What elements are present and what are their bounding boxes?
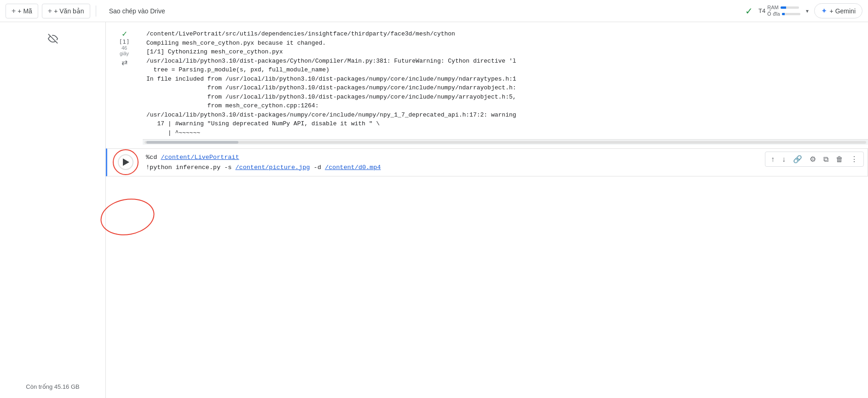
cell-area[interactable]: ✓ [1] 46 giây ⇄ /content/LivePortrait/sr…	[106, 22, 868, 398]
python-command: !python inference.py -s	[146, 164, 235, 171]
settings-button[interactable]: ⚙	[808, 154, 818, 164]
dash-d: -d	[310, 164, 324, 171]
add-text-label: + Văn bản	[54, 7, 84, 15]
resource-bars: RAM Ổ đĩa	[767, 5, 800, 17]
cell-time-1: 46	[122, 45, 127, 51]
plus-icon-text: +	[48, 7, 52, 15]
delete-cell-button[interactable]: 🗑	[834, 154, 845, 164]
cell-2-left	[107, 149, 144, 176]
storage-status: Còn trống 45.16 GB	[26, 382, 79, 391]
toolbar-right-actions: ✓ T4 RAM Ổ đĩa ▾ ✦ + Ge	[745, 3, 862, 18]
output-scrollbar[interactable]	[143, 139, 868, 145]
scrollbar-thumb[interactable]	[146, 141, 238, 144]
main-toolbar: + + Mã + + Văn bản Sao chép vào Drive ✓ …	[0, 0, 868, 22]
gemini-button[interactable]: ✦ + Gemini	[814, 3, 862, 18]
ram-bar	[781, 6, 799, 9]
toolbar-left-actions: + + Mã + + Văn bản Sao chép vào Drive	[6, 4, 173, 18]
cd-path: /content/LivePortrait	[161, 154, 239, 161]
toolbar-divider	[96, 6, 96, 17]
cell-time-unit-1: giây	[120, 51, 129, 56]
move-up-icon: ↑	[771, 155, 775, 164]
drive-copy-label: Sao chép vào Drive	[109, 7, 165, 15]
status-check-icon: ✓	[745, 6, 753, 17]
cell-reload-icon[interactable]: ⇄	[122, 58, 127, 67]
cell-1-content: /content/LivePortrait/src/utils/dependen…	[143, 28, 868, 145]
gemini-icon: ✦	[821, 6, 827, 15]
move-down-button[interactable]: ↓	[780, 154, 787, 164]
add-code-label: + Mã	[17, 7, 32, 15]
cd-command: %cd	[146, 154, 161, 161]
move-up-button[interactable]: ↑	[769, 154, 776, 164]
ram-bar-fill	[781, 6, 786, 9]
run-button[interactable]	[118, 154, 133, 170]
code-cell-2[interactable]: %cd /content/LivePortrait !python infere…	[106, 148, 868, 176]
cell-exec-check: ✓	[122, 29, 127, 38]
drive-copy-button[interactable]: Sao chép vào Drive	[102, 5, 173, 18]
copy-cell-button[interactable]: ⧉	[822, 154, 830, 164]
settings-icon: ⚙	[810, 155, 816, 164]
sidebar: Còn trống 45.16 GB	[0, 22, 106, 398]
disk-bar	[782, 13, 800, 15]
link-icon: 🔗	[793, 155, 802, 164]
gemini-label: + Gemini	[830, 7, 856, 15]
cell-toolbar: ↑ ↓ 🔗 ⚙ ⧉ 🗑	[765, 152, 864, 167]
cell-1-output: /content/LivePortrait/src/utils/dependen…	[143, 28, 868, 139]
output-cell-1: ✓ [1] 46 giây ⇄ /content/LivePortrait/sr…	[106, 26, 868, 146]
ram-label: RAM	[767, 5, 778, 10]
main-content: Còn trống 45.16 GB ✓ [1] 46 giây ⇄ /cont…	[0, 22, 868, 398]
add-code-button[interactable]: + + Mã	[6, 4, 38, 18]
add-text-button[interactable]: + + Văn bản	[42, 4, 90, 18]
link-button[interactable]: 🔗	[791, 154, 804, 164]
source-path: /content/picture.jpg	[235, 164, 310, 171]
scrollbar-track	[145, 141, 866, 144]
disk-bar-fill	[782, 13, 785, 15]
dest-path: /content/d0.mp4	[325, 164, 381, 171]
more-options-button[interactable]: ⋮	[849, 154, 860, 164]
runtime-label: T4	[758, 7, 765, 14]
disk-label: Ổ đĩa	[767, 11, 780, 17]
cell-2-code[interactable]: %cd /content/LivePortrait !python infere…	[144, 149, 868, 176]
plus-icon: +	[12, 7, 16, 15]
code-line-2: !python inference.py -s /content/picture…	[146, 163, 866, 173]
move-down-icon: ↓	[782, 155, 786, 164]
code-line-1: %cd /content/LivePortrait	[146, 152, 866, 163]
cell-1-left: ✓ [1] 46 giây ⇄	[106, 28, 143, 67]
cell-number-1: [1]	[119, 38, 129, 45]
storage-label: Còn trống 45.16 GB	[26, 383, 79, 390]
runtime-dropdown-arrow[interactable]: ▾	[806, 8, 809, 14]
copy-icon: ⧉	[823, 155, 828, 164]
more-icon: ⋮	[851, 155, 858, 164]
runtime-info: T4 RAM Ổ đĩa	[758, 5, 800, 17]
delete-icon: 🗑	[836, 155, 843, 164]
play-icon	[123, 158, 129, 166]
notebook: ✓ [1] 46 giây ⇄ /content/LivePortrait/sr…	[106, 22, 868, 398]
hide-sidebar-button[interactable]	[44, 29, 62, 48]
